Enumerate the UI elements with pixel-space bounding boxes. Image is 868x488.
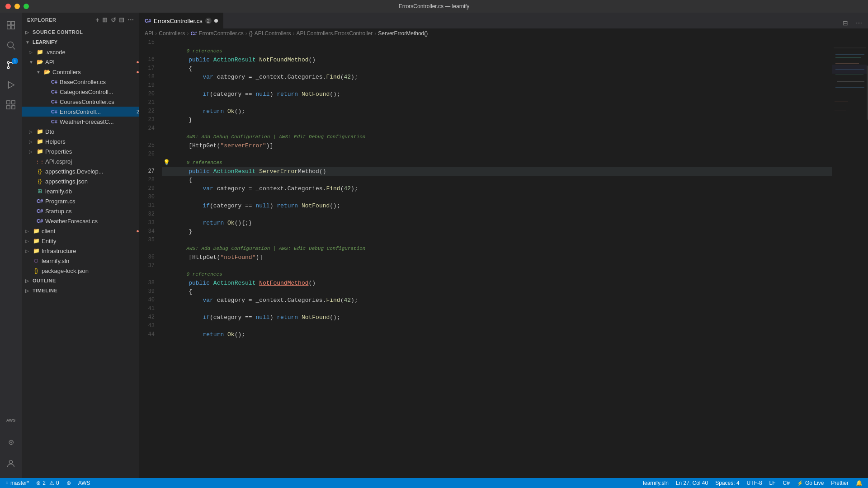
line-number-29: 29 <box>139 184 162 193</box>
activity-icon-source-control[interactable]: 1 <box>2 56 20 74</box>
close-button[interactable] <box>5 4 11 9</box>
status-position[interactable]: Ln 27, Col 40 <box>672 478 712 488</box>
svg-point-8 <box>7 61 9 64</box>
line-number-37: 37 <box>139 262 162 270</box>
sidebar-item-weatherforecast[interactable]: C# WeatherForecast.cs <box>22 216 139 226</box>
split-editor-button[interactable]: ⊟ <box>840 18 851 28</box>
line-number-39: 39 <box>139 287 162 296</box>
breadcrumb-file[interactable]: ErrorsController.cs <box>198 30 243 37</box>
status-encoding[interactable]: UTF-8 <box>743 478 766 488</box>
line-number-33: 33 <box>139 219 162 227</box>
sidebar-item-dto[interactable]: ▷ 📁 Dto <box>22 127 139 136</box>
sidebar-item-appsettings-json[interactable]: {} appsettings.json <box>22 176 139 186</box>
sidebar-item-basecontroller[interactable]: C# BaseController.cs <box>22 77 139 87</box>
code-editor[interactable]: 15 0 references 16 <box>139 38 868 478</box>
window-title: ErrorsController.cs — learnify <box>399 3 470 9</box>
status-prettier[interactable]: Prettier <box>827 478 852 488</box>
sidebar-item-learnify-sln[interactable]: ⬡ learnify.sln <box>22 256 139 266</box>
code-row-38: 38 public ActionResult NotFoundMethod() <box>139 279 832 287</box>
code-row-37: 37 <box>139 262 832 270</box>
warning-icon: ⚠ <box>49 480 54 486</box>
gutter-32 <box>162 210 171 219</box>
breadcrumb-namespace[interactable]: API.Controllers <box>255 30 291 37</box>
gutter-23 <box>162 116 171 124</box>
status-eol[interactable]: LF <box>766 478 779 488</box>
sidebar-item-errorscontroller[interactable]: C# ErrorsControll... 2 <box>22 107 139 117</box>
csharp-icon: C# <box>51 118 58 125</box>
sidebar-item-learnify[interactable]: ▼ LEARNIFY <box>22 37 139 47</box>
xml-icon: ⋮⋮ <box>36 158 43 165</box>
activity-icon-account[interactable] <box>2 455 20 473</box>
sidebar-item-package-lock[interactable]: {} package-lock.json <box>22 266 139 276</box>
code-row-41: 41 <box>139 305 832 313</box>
status-errors[interactable]: ⊗ 2 ⚠ 0 <box>33 478 62 488</box>
activity-icon-search[interactable] <box>2 36 20 54</box>
status-language[interactable]: C# <box>779 478 793 488</box>
line-number-43: 43 <box>139 322 162 330</box>
status-notifications[interactable]: 🔔 <box>852 478 866 488</box>
sidebar-item-categoriescontroller[interactable]: C# CategoriesControll... <box>22 87 139 97</box>
tab-errorscontroller[interactable]: C# ErrorsController.cs 2 <box>139 13 223 28</box>
sidebar-item-infrastructure[interactable]: ▷ 📁 Infrastructure <box>22 246 139 256</box>
line-number-spacer4 <box>139 244 162 253</box>
timeline-label: TIMELINE <box>33 288 57 293</box>
go-live-label: Go Live <box>805 480 824 486</box>
line-number-28: 28 <box>139 176 162 184</box>
sidebar-item-learnify-db[interactable]: ⊞ learnify.db <box>22 186 139 196</box>
collapse-arrow-icon: ▼ <box>25 40 33 45</box>
status-remote[interactable]: ⊛ <box>63 478 75 488</box>
sidebar-item-entity[interactable]: ▷ 📁 Entity <box>22 236 139 246</box>
sidebar-item-controllers[interactable]: ▼ 📂 Controllers ● <box>22 67 139 77</box>
code-row-20: 20 if(category == null) return NotFound(… <box>139 90 832 99</box>
new-folder-icon[interactable]: ⊞ <box>102 16 108 23</box>
minimize-button[interactable] <box>14 4 20 9</box>
code-content-23: } <box>171 116 832 124</box>
status-spaces[interactable]: Spaces: 4 <box>712 478 743 488</box>
more-actions-button[interactable]: ⋯ <box>854 18 864 28</box>
code-view[interactable]: 15 0 references 16 <box>139 38 832 478</box>
svg-rect-2 <box>7 26 10 29</box>
status-sln[interactable]: learnify.sln <box>639 478 672 488</box>
git-icon: ⑂ <box>5 480 9 486</box>
code-content-44: return Ok(); <box>171 330 832 339</box>
sidebar-item-api[interactable]: ▼ 📂 API ● <box>22 57 139 67</box>
breadcrumb-controllers[interactable]: Controllers <box>159 30 185 37</box>
sidebar-item-startup[interactable]: C# Startup.cs <box>22 206 139 216</box>
item-label: appsettings.json <box>45 178 139 185</box>
sidebar-item-appsettings-dev[interactable]: {} appsettings.Develop... <box>22 166 139 176</box>
code-row-hint-38: 0 references <box>139 270 832 279</box>
folder-icon: 📁 <box>36 128 43 135</box>
line-number-16: 16 <box>139 56 162 64</box>
folder-icon: 📁 <box>33 247 40 254</box>
sidebar-item-vscode[interactable]: ▷ 📁 .vscode <box>22 47 139 57</box>
sidebar-item-helpers[interactable]: ▷ 📁 Helpers <box>22 136 139 146</box>
breadcrumb-method[interactable]: ServerErrorMethod() <box>378 30 428 37</box>
activity-icon-remote[interactable]: ⊛ <box>2 433 20 451</box>
activity-icon-aws[interactable]: AWS <box>2 411 20 429</box>
more-icon[interactable]: ⋯ <box>127 16 134 23</box>
activity-icon-extensions[interactable] <box>2 96 20 114</box>
maximize-button[interactable] <box>24 4 29 9</box>
status-aws[interactable]: AWS <box>75 478 94 488</box>
sidebar-item-properties[interactable]: ▷ 📁 Properties <box>22 146 139 156</box>
status-git[interactable]: ⑂ master* <box>2 478 33 488</box>
sidebar-item-coursescontroller[interactable]: C# CoursesController.cs <box>22 97 139 107</box>
breadcrumb-class[interactable]: API.Controllers.ErrorsController <box>297 30 373 37</box>
activity-icon-explorer[interactable] <box>2 16 20 34</box>
sidebar-item-client[interactable]: ▷ 📁 client ● <box>22 226 139 236</box>
activity-icon-run[interactable] <box>2 76 20 94</box>
collapse-icon[interactable]: ⊟ <box>119 16 125 23</box>
eol-label: LF <box>769 480 776 486</box>
refresh-icon[interactable]: ↺ <box>111 16 117 23</box>
new-file-icon[interactable]: + <box>95 16 99 23</box>
sidebar-section-source-control[interactable]: ▷ SOURCE CONTROL <box>22 27 139 37</box>
sidebar-item-api-csproj[interactable]: ⋮⋮ API.csproj <box>22 156 139 166</box>
breadcrumb-api[interactable]: API <box>145 30 153 37</box>
sidebar-item-program[interactable]: C# Program.cs <box>22 196 139 206</box>
sidebar-section-timeline[interactable]: ▷ TIMELINE <box>22 286 139 296</box>
sidebar-section-outline[interactable]: ▷ OUTLINE <box>22 276 139 286</box>
status-go-live[interactable]: ⚡ Go Live <box>793 478 827 488</box>
sidebar-item-weatherforecastc[interactable]: C# WeatherForecastC... <box>22 117 139 127</box>
code-content-20: if(category == null) return NotFound(); <box>171 90 832 99</box>
gutter-26 <box>162 150 171 159</box>
